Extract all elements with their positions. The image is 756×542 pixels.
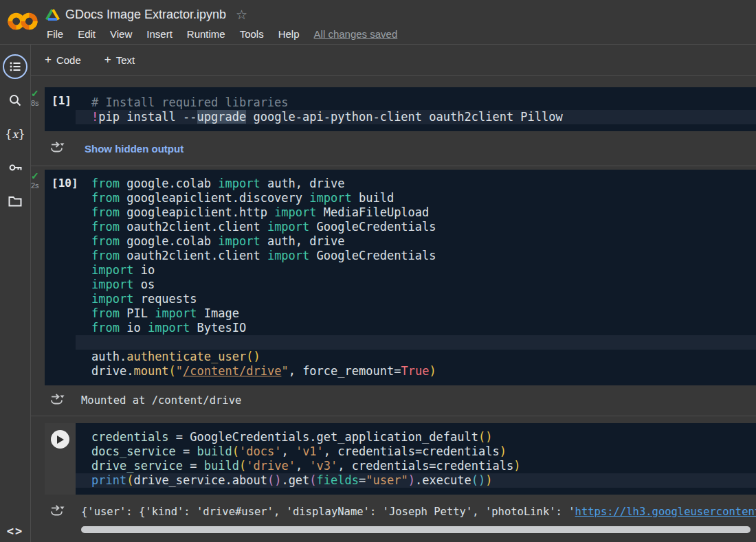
key-icon — [8, 160, 23, 175]
code-token: import — [274, 205, 316, 219]
colab-logo[interactable] — [0, 0, 45, 36]
code-lines: credentials = GoogleCredentials.get_appl… — [76, 423, 756, 495]
drive-icon — [45, 8, 60, 21]
plus-icon: + — [45, 53, 52, 67]
code-token: import — [267, 220, 309, 234]
menu-tools[interactable]: Tools — [233, 26, 271, 42]
sidebar-item-files[interactable] — [3, 189, 27, 214]
code-token: import — [218, 234, 260, 248]
cell-duration: 2s — [31, 181, 44, 190]
code-line: from oauth2client.client import GoogleCr… — [76, 249, 756, 263]
code-line: from google.colab import auth, drive — [76, 177, 756, 191]
notebook-scroll[interactable]: ✓ 8s[1]# Install required libraries!pip … — [31, 76, 756, 542]
code-line: docs_service = build('docs', 'v1', crede… — [76, 444, 756, 459]
code-cell[interactable]: [1]# Install required libraries!pip inst… — [45, 87, 756, 131]
add-text-button[interactable]: + Text — [104, 53, 135, 67]
code-token: fields — [317, 473, 359, 487]
code-token: () — [267, 473, 281, 487]
toggle-output-button[interactable] — [49, 503, 67, 521]
cell-status-badge: ✓ 8s — [31, 89, 44, 107]
code-token: /content/drive — [183, 364, 281, 378]
code-token: credentials — [91, 430, 169, 444]
code-token: ( — [169, 364, 176, 378]
sidebar-item-secrets[interactable] — [3, 155, 27, 180]
code-snippets-icon[interactable]: <> — [7, 524, 23, 538]
code-token: ) — [408, 473, 415, 487]
code-token: mount — [133, 364, 168, 378]
menu-insert[interactable]: Insert — [140, 26, 179, 42]
code-token: " — [176, 364, 183, 378]
code-token: .get — [281, 473, 309, 487]
run-cell-button[interactable] — [51, 430, 69, 449]
colab-logo-icon — [6, 7, 39, 36]
code-token: GoogleCredentials — [309, 249, 436, 262]
add-code-button[interactable]: + Code — [45, 53, 81, 67]
code-token: googleapiclient.http — [120, 205, 274, 219]
code-line: from googleapiclient.http import MediaFi… — [76, 205, 756, 220]
sidebar-item-table-of-contents[interactable] — [3, 54, 27, 79]
code-token: os — [133, 278, 155, 291]
code-line: print(drive_service.about().get(fields="… — [76, 473, 756, 488]
code-cell[interactable]: [10]from google.colab import auth, drive… — [45, 170, 756, 385]
add-code-label: Code — [56, 54, 81, 66]
code-token: , credentials=credentials — [324, 444, 500, 458]
code-cell[interactable]: credentials = GoogleCredentials.get_appl… — [45, 423, 756, 495]
code-token: build — [204, 459, 239, 473]
execution-count: [10] — [52, 177, 78, 190]
cell-output-row: {'user': {'kind': 'drive#user', 'display… — [45, 503, 756, 521]
variables-icon: {x} — [5, 128, 25, 141]
code-token: ( — [232, 444, 239, 458]
code-token: upgrade — [197, 110, 247, 124]
save-status-link[interactable]: All changes saved — [314, 28, 398, 40]
code-token: True — [401, 364, 429, 378]
code-line: import requests — [76, 292, 756, 306]
notebook-title[interactable]: GDocs Image Extractor.ipynb — [65, 8, 226, 22]
code-token: from — [91, 234, 120, 248]
star-icon[interactable]: ☆ — [236, 7, 247, 23]
code-token: import — [218, 177, 260, 190]
code-token: drive. — [91, 364, 133, 378]
code-token: auth, drive — [260, 177, 345, 190]
add-text-label: Text — [116, 54, 135, 66]
menu-edit[interactable]: Edit — [71, 26, 102, 42]
sidebar-item-search[interactable] — [3, 88, 27, 113]
code-token: google.colab — [120, 177, 218, 190]
code-token: from — [91, 249, 120, 262]
code-token: ( — [309, 473, 316, 487]
output-link[interactable]: https://lh3.googleusercontent — [575, 506, 756, 518]
code-token: ) — [513, 459, 520, 473]
code-token: 'v1' — [296, 444, 324, 458]
output-text: Mounted at /content/drive — [81, 394, 241, 407]
toggle-output-button[interactable] — [49, 392, 67, 409]
code-line: # Install required libraries — [76, 95, 756, 110]
sidebar-item-variables[interactable]: {x} — [3, 122, 27, 146]
cell-duration: 8s — [31, 99, 44, 107]
menu-view[interactable]: View — [103, 26, 139, 42]
code-token: import — [91, 278, 133, 291]
output-icon — [49, 139, 67, 155]
code-token: from — [91, 205, 120, 219]
toggle-output-button[interactable] — [49, 139, 67, 157]
code-token: , — [296, 459, 309, 473]
code-token: io — [120, 321, 148, 335]
search-icon — [8, 93, 22, 107]
code-token: "user" — [366, 473, 408, 487]
code-token: ! — [91, 110, 98, 124]
code-token: import — [155, 306, 197, 320]
code-token: () — [471, 473, 485, 487]
code-token: import — [267, 249, 309, 262]
code-token: = — [183, 459, 204, 473]
code-token: auth, drive — [260, 234, 345, 248]
code-line — [76, 335, 756, 350]
code-token: googleapiclient.discovery — [120, 191, 309, 205]
horizontal-scrollbar[interactable] — [81, 526, 751, 533]
code-token: ) — [500, 444, 507, 458]
menu-runtime[interactable]: Runtime — [180, 26, 232, 42]
code-line: import io — [76, 263, 756, 278]
code-token: oauth2client.client — [120, 249, 267, 262]
cell-status-badge: ✓ 2s — [31, 171, 44, 190]
code-token: from — [91, 191, 120, 205]
menu-file[interactable]: File — [40, 26, 70, 42]
show-hidden-output-link[interactable]: Show hidden output — [85, 143, 184, 155]
menu-help[interactable]: Help — [271, 26, 307, 42]
